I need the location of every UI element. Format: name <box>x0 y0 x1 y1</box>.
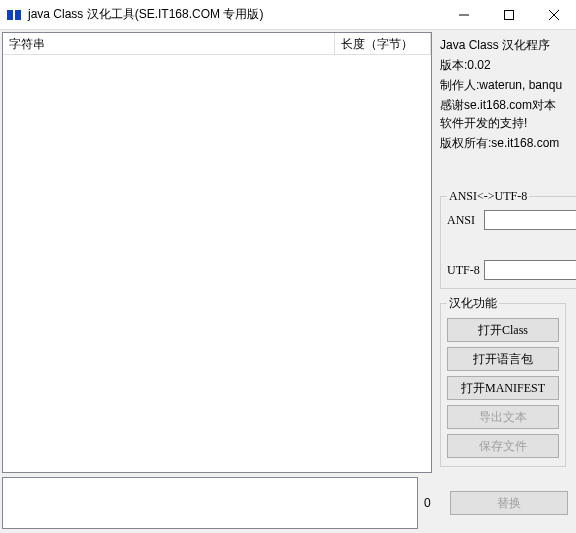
open-manifest-button[interactable]: 打开MANIFEST <box>447 376 559 400</box>
table-body[interactable] <box>3 55 431 472</box>
char-count: 0 <box>424 496 444 510</box>
ansi-label: ANSI <box>447 213 481 228</box>
close-button[interactable] <box>531 0 576 29</box>
open-lang-button[interactable]: 打开语言包 <box>447 347 559 371</box>
utf8-input[interactable] <box>484 260 576 280</box>
window-title: java Class 汉化工具(SE.IT168.COM 专用版) <box>28 6 441 23</box>
info-author: 制作人:waterun, banqu <box>440 76 566 94</box>
column-string[interactable]: 字符串 <box>3 33 335 54</box>
ansi-legend: ANSI<->UTF-8 <box>447 189 529 204</box>
svg-rect-3 <box>504 10 513 19</box>
app-icon <box>6 7 22 23</box>
string-table[interactable]: 字符串 长度（字节） <box>2 32 432 473</box>
export-text-button: 导出文本 <box>447 405 559 429</box>
actions-legend: 汉化功能 <box>447 295 499 312</box>
edit-textarea[interactable] <box>2 477 418 529</box>
column-length[interactable]: 长度（字节） <box>335 33 431 54</box>
title-bar: java Class 汉化工具(SE.IT168.COM 专用版) <box>0 0 576 30</box>
info-version: 版本:0.02 <box>440 56 566 74</box>
minimize-button[interactable] <box>441 0 486 29</box>
ansi-utf8-group: ANSI<->UTF-8 ANSI ↓ ↑ UTF-8 <box>440 189 576 289</box>
open-class-button[interactable]: 打开Class <box>447 318 559 342</box>
info-copyright: 版权所有:se.it168.com <box>440 134 566 152</box>
utf8-label: UTF-8 <box>447 263 481 278</box>
maximize-button[interactable] <box>486 0 531 29</box>
info-panel: Java Class 汉化程序 版本:0.02 制作人:waterun, ban… <box>440 36 566 154</box>
info-thanks: 感谢se.it168.com对本软件开发的支持! <box>440 96 566 132</box>
table-header: 字符串 长度（字节） <box>3 33 431 55</box>
svg-rect-0 <box>7 10 13 20</box>
svg-rect-1 <box>15 10 21 20</box>
save-file-button: 保存文件 <box>447 434 559 458</box>
replace-button: 替换 <box>450 491 568 515</box>
ansi-input[interactable] <box>484 210 576 230</box>
info-title: Java Class 汉化程序 <box>440 36 566 54</box>
actions-group: 汉化功能 打开Class 打开语言包 打开MANIFEST 导出文本 保存文件 <box>440 295 566 467</box>
